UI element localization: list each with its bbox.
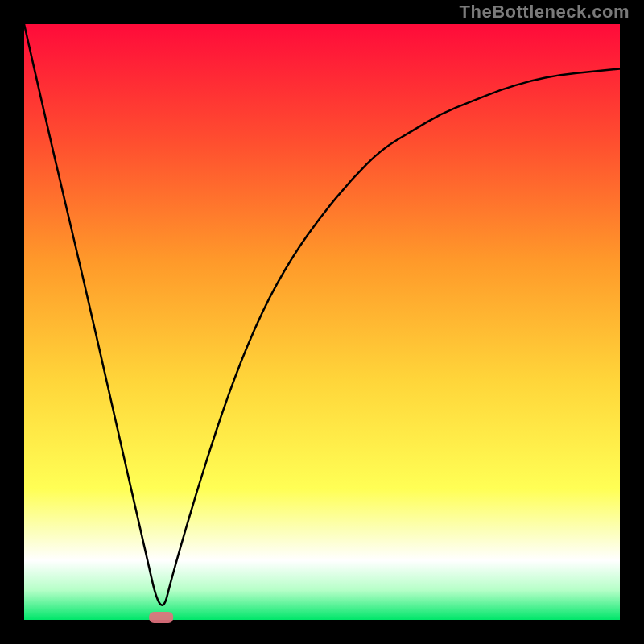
plot-background <box>24 24 620 620</box>
bottleneck-chart <box>0 0 644 644</box>
min-marker <box>149 612 173 623</box>
watermark-text: TheBottleneck.com <box>460 2 630 23</box>
chart-frame: TheBottleneck.com <box>0 0 644 644</box>
